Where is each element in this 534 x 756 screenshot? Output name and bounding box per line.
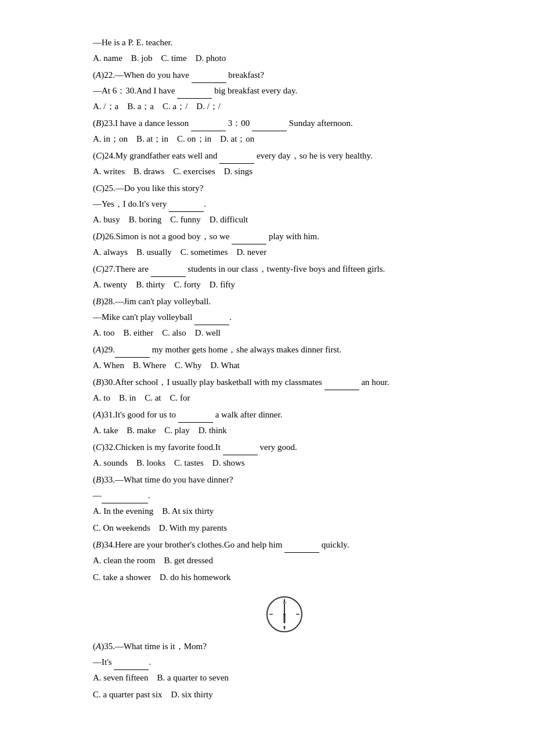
q27-line1: (C)27.There are students in our class，tw… (81, 261, 488, 277)
q26-line1: (D)26.Simon is not a good boy，so we play… (81, 229, 488, 244)
question-27: (C)27.There are students in our class，tw… (81, 261, 488, 293)
question-29: (A)29. my mother gets home，she always ma… (81, 342, 488, 373)
q31-options: A. take B. make C. play D. think (93, 423, 488, 438)
question-32: (C)32.Chicken is my favorite food.It ver… (81, 440, 488, 471)
exam-content: —He is a P. E. teacher. A. name B. job C… (81, 35, 488, 703)
q29-line1: (A)29. my mother gets home，she always ma… (81, 342, 488, 358)
question-33: (B)33.—What time do you have dinner? —. … (81, 472, 488, 536)
intro-line: —He is a P. E. teacher. (81, 35, 488, 51)
q33-options2: C. On weekends D. With my parents (93, 520, 488, 536)
intro-block: —He is a P. E. teacher. A. name B. job C… (81, 35, 488, 66)
question-34: (B)34.Here are your brother's clothes.Go… (81, 537, 488, 585)
svg-text:6: 6 (283, 625, 286, 629)
q22-line1: (A)22.—When do you have breakfast? (81, 67, 488, 83)
q22-options: A. /；a B. a；a C. a；/ D. /；/ (93, 99, 488, 114)
q25-line2: —Yes，I do.It's very . (81, 196, 488, 212)
q33-line2: —. (81, 488, 488, 503)
q28-options: A. too B. either C. also D. well (93, 325, 488, 341)
q25-line1: (C)25.—Do you like this story? (81, 181, 488, 196)
q35-line1: (A)35.—What time is it，Mom? (81, 639, 488, 654)
clock-icon: 12 6 (266, 596, 303, 633)
q34-line1: (B)34.Here are your brother's clothes.Go… (81, 537, 488, 553)
q28-line1: (B)28.—Jim can't play volleyball. (81, 294, 488, 309)
q25-options: A. busy B. boring C. funny D. difficult (93, 212, 488, 228)
q23-line1: (B)23.I have a dance lesson 3：00 Sunday … (81, 116, 488, 131)
q34-options2: C. take a shower D. do his homework (93, 570, 488, 585)
question-26: (D)26.Simon is not a good boy，so we play… (81, 229, 488, 260)
question-28: (B)28.—Jim can't play volleyball. —Mike … (81, 294, 488, 341)
clock-container: 12 6 (81, 596, 488, 633)
question-31: (A)31.It's good for us to a walk after d… (81, 407, 488, 438)
q30-options: A. to B. in C. at C. for (93, 390, 488, 406)
q32-line1: (C)32.Chicken is my favorite food.It ver… (81, 440, 488, 455)
q34-options1: A. clean the room B. get dressed (93, 553, 488, 568)
q24-line1: (C)24.My grandfather eats well and every… (81, 148, 488, 164)
question-35: (A)35.—What time is it，Mom? —It's . A. s… (81, 639, 488, 703)
q35-line2: —It's . (81, 654, 488, 670)
q29-options: A. When B. Where C. Why D. What (93, 358, 488, 373)
q33-options1: A. In the evening B. At six thirty (93, 503, 488, 519)
question-23: (B)23.I have a dance lesson 3：00 Sunday … (81, 116, 488, 147)
q28-line2: —Mike can't play volleyball . (81, 309, 488, 325)
q27-options: A. twenty B. thirty C. forty D. fifty (93, 277, 488, 293)
q32-options: A. sounds B. looks C. tastes D. shows (93, 455, 488, 471)
q22-line2: —At 6：30.And I have big breakfast every … (81, 83, 488, 99)
intro-options: A. name B. job C. time D. photo (93, 51, 488, 66)
question-22: (A)22.—When do you have breakfast? —At 6… (81, 67, 488, 114)
q26-options: A. always B. usually C. sometimes D. nev… (93, 244, 488, 260)
q31-line1: (A)31.It's good for us to a walk after d… (81, 407, 488, 423)
question-24: (C)24.My grandfather eats well and every… (81, 148, 488, 179)
question-25: (C)25.—Do you like this story? —Yes，I do… (81, 181, 488, 228)
svg-point-9 (283, 613, 286, 615)
q24-options: A. writes B. draws C. exercises D. sings (93, 164, 488, 179)
q35-options1: A. seven fifteen B. a quarter to seven (93, 670, 488, 686)
q33-line1: (B)33.—What time do you have dinner? (81, 472, 488, 488)
q35-options2: C. a quarter past six D. six thirty (93, 687, 488, 703)
question-30: (B)30.After school，I usually play basket… (81, 375, 488, 406)
q30-line1: (B)30.After school，I usually play basket… (81, 375, 488, 390)
q23-options: A. in；on B. at；in C. on；in D. at；on (93, 131, 488, 147)
